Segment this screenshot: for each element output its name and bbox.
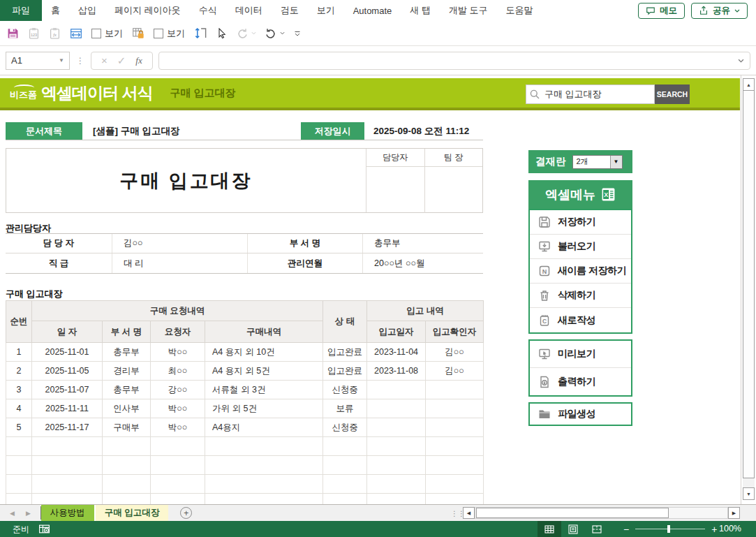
cell[interactable]: 보류 [323, 399, 367, 418]
comments-button[interactable]: 메모 [638, 3, 685, 19]
cell[interactable]: 박○○ [151, 418, 205, 437]
cell[interactable] [426, 437, 484, 456]
cell[interactable] [426, 381, 484, 399]
tab-home[interactable]: 홈 [42, 0, 69, 21]
cell[interactable]: 3 [6, 381, 32, 399]
accessibility-icon[interactable] [38, 523, 50, 537]
dropdown-arrow-icon[interactable]: ▼ [610, 156, 622, 168]
cell[interactable] [323, 437, 367, 456]
cell[interactable] [151, 456, 205, 475]
view-checkbox-1[interactable]: 보기 [91, 27, 123, 40]
redo-button[interactable] [237, 28, 256, 39]
cell[interactable] [205, 494, 323, 505]
cell[interactable]: 2023-11-08 [367, 362, 426, 381]
insert-function-button[interactable]: fx [135, 55, 142, 66]
cell[interactable]: 2025-11-07 [32, 381, 103, 399]
search-input[interactable] [526, 84, 655, 104]
horizontal-scrollbar[interactable] [475, 507, 728, 519]
zoom-slider[interactable] [635, 529, 705, 529]
cell[interactable]: 김○○ [426, 343, 484, 362]
sheet-tab-usage[interactable]: 사용방법 [41, 505, 96, 521]
tab-data[interactable]: 데이터 [226, 0, 272, 21]
cell[interactable]: 박○○ [151, 399, 205, 418]
cell[interactable] [6, 494, 32, 505]
cell[interactable]: 김○○ [426, 362, 484, 381]
cell[interactable] [205, 437, 323, 456]
cell[interactable] [103, 475, 151, 494]
cell[interactable] [103, 437, 151, 456]
zoom-level[interactable]: 100% [719, 524, 741, 534]
cell[interactable] [205, 475, 323, 494]
dept-name-value[interactable]: 총무부 [363, 234, 483, 253]
cell[interactable]: 구매부 [103, 418, 151, 437]
file-create-menu-item[interactable]: 파일생성 [530, 404, 631, 425]
cell[interactable] [367, 456, 426, 475]
cell[interactable] [426, 418, 484, 437]
tab-file[interactable]: 파일 [0, 0, 42, 21]
save-as-menu-item[interactable]: N 새이름 저장하기 [530, 259, 631, 284]
row-height-button[interactable] [194, 27, 207, 40]
cell[interactable]: 서류철 외 3건 [205, 381, 323, 399]
scroll-up-icon[interactable]: ▲ [743, 78, 755, 91]
tab-review[interactable]: 검토 [272, 0, 308, 21]
cell[interactable]: 2025-11-01 [32, 343, 103, 362]
preview-menu-item[interactable]: 미리보기 [530, 341, 631, 368]
cell[interactable]: 2025-11-05 [32, 362, 103, 381]
load-menu-item[interactable]: 불러오기 [530, 235, 631, 259]
cell[interactable]: 박○○ [151, 343, 205, 362]
sign-cell-team-lead[interactable] [425, 167, 483, 213]
cell[interactable] [426, 494, 484, 505]
cell[interactable]: 2025-11-11 [32, 399, 103, 418]
zoom-in-button[interactable]: + [711, 524, 717, 535]
cell[interactable] [32, 494, 103, 505]
cell[interactable] [426, 456, 484, 475]
share-button[interactable]: 공유 [691, 3, 748, 19]
zoom-out-button[interactable]: − [623, 524, 629, 535]
scroll-left-icon[interactable]: ◀ [463, 507, 475, 519]
page-layout-view-button[interactable] [561, 521, 585, 537]
manager-name-value[interactable]: 김○○ [112, 234, 248, 253]
cell[interactable] [323, 494, 367, 505]
undo-button[interactable] [265, 28, 285, 39]
cell[interactable]: 2023-11-04 [367, 343, 426, 362]
cell[interactable]: 신청중 [323, 381, 367, 399]
manage-month-value[interactable]: 20○○년 ○○월 [363, 253, 483, 273]
tab-help[interactable]: 도움말 [497, 0, 542, 21]
cell[interactable]: 총무부 [103, 343, 151, 362]
cell[interactable]: 신청중 [323, 418, 367, 437]
tab-developer[interactable]: 개발 도구 [440, 0, 497, 21]
cell[interactable]: 입고완료 [323, 343, 367, 362]
horizontal-scrollbar-thumb[interactable] [476, 508, 669, 518]
cell[interactable] [323, 456, 367, 475]
cell[interactable] [205, 456, 323, 475]
vertical-scrollbar-thumb[interactable] [743, 90, 755, 478]
tab-formulas[interactable]: 수식 [190, 0, 226, 21]
paste-formulas-button[interactable]: fx [49, 27, 61, 39]
cell[interactable]: A4용지 [205, 418, 323, 437]
cell[interactable]: 1 [6, 343, 32, 362]
tab-view[interactable]: 보기 [308, 0, 344, 21]
print-menu-item[interactable]: 출력하기 [530, 368, 631, 395]
confirm-entry-button[interactable]: ✓ [117, 54, 126, 67]
cell[interactable]: 2 [6, 362, 32, 381]
scroll-down-icon[interactable]: ▼ [743, 487, 755, 500]
expand-formula-bar-icon[interactable] [738, 59, 744, 63]
cell[interactable]: 인사부 [103, 399, 151, 418]
cancel-entry-button[interactable]: × [101, 54, 108, 66]
tab-new-tab[interactable]: 새 탭 [401, 0, 440, 21]
formula-bar-grip[interactable]: ⋮ [76, 56, 84, 66]
name-box[interactable]: A1 ▼ [6, 52, 70, 70]
select-cursor-button[interactable] [216, 28, 228, 39]
page-break-view-button[interactable] [585, 521, 609, 537]
cell[interactable] [426, 475, 484, 494]
cell[interactable]: 최○○ [151, 362, 205, 381]
cell[interactable] [32, 456, 103, 475]
formula-input[interactable] [158, 52, 750, 70]
cell[interactable]: 5 [6, 418, 32, 437]
cell[interactable] [367, 475, 426, 494]
cell[interactable] [367, 418, 426, 437]
vertical-scrollbar[interactable]: ▲ ▼ [743, 78, 755, 500]
cell[interactable]: A4 용지 외 5건 [205, 362, 323, 381]
cell[interactable] [103, 494, 151, 505]
new-doc-menu-item[interactable]: C 새로작성 [530, 308, 631, 332]
